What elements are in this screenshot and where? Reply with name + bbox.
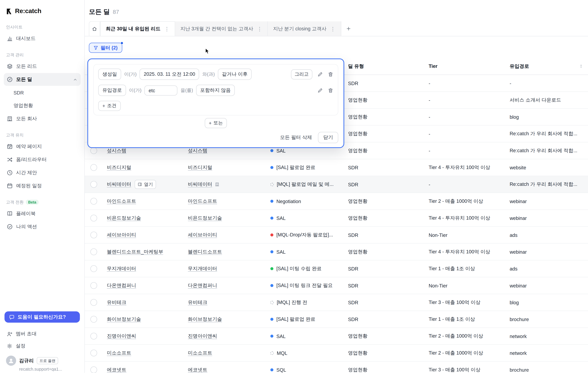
company-link[interactable]: 다온앤컴퍼니 xyxy=(188,282,217,289)
add-or-button[interactable]: + 또는 xyxy=(205,118,227,128)
company-link[interactable]: 미소소프트 xyxy=(188,350,212,356)
home-tab[interactable] xyxy=(89,21,100,36)
row-checkbox[interactable] xyxy=(90,249,97,255)
tab-menu-icon[interactable]: ⋮ xyxy=(164,26,169,32)
sidebar-item[interactable]: 플레이북 xyxy=(4,207,81,220)
deal-name-link[interactable]: 마인드소프트 xyxy=(107,198,136,205)
tab-menu-icon[interactable]: ⋮ xyxy=(330,26,336,32)
filter-value-input[interactable]: 2025. 03. 11 오전 12:00 xyxy=(140,69,199,80)
row-checkbox[interactable] xyxy=(90,215,97,222)
sidebar-item[interactable]: 모든 딜 xyxy=(4,73,81,86)
view-tab-2[interactable]: 지난 분기 closing 고객사⋮ xyxy=(268,21,341,36)
table-row[interactable]: 유비테크유비테크[MQL] 진행 전SDRTier 3 - 매출 100억 이상… xyxy=(85,294,588,311)
company-link[interactable]: 화이브정보기술 xyxy=(188,316,222,323)
deal-name-link[interactable]: 다온앤컴퍼니 xyxy=(107,282,136,289)
table-row[interactable]: 비즈디지털비즈디지털[SAL] 팔로업 완료SDRTier 4 - 투자유치 1… xyxy=(85,159,588,176)
table-row[interactable]: 다온앤컴퍼니다온앤컴퍼니[SAL] 미팅 링크 전달 필요SDRNon-Tier… xyxy=(85,277,588,294)
sidebar-item[interactable]: 모든 회사 xyxy=(4,112,81,125)
sidebar-item[interactable]: 폼/리드라우터 xyxy=(4,153,81,166)
sidebar-footer-item[interactable]: 설정 xyxy=(4,340,80,352)
deal-name-link[interactable]: 화이브정보기술 xyxy=(107,316,141,323)
sidebar-subitem[interactable]: SDR xyxy=(4,86,81,99)
view-tab-1[interactable]: 지난 3개월 간 컨택이 없는 고객사⋮ xyxy=(175,21,268,36)
table-row[interactable]: 세이브아이티세이브아이티[MQL-Drop/자동 팔로업]...SDRNon-T… xyxy=(85,227,588,243)
delete-all-filters-button[interactable]: 모든 필터 삭제 xyxy=(280,134,312,141)
edit-filter-icon[interactable] xyxy=(317,71,323,77)
table-row[interactable]: 미소소프트미소소프트MQL영업현황Tier 2 - 매출 1000억 이상net… xyxy=(85,345,588,362)
column-header[interactable]: 딜 유형 xyxy=(344,63,424,70)
filter-field-select[interactable]: 유입경로 xyxy=(98,85,126,96)
row-checkbox[interactable] xyxy=(90,299,97,306)
deal-name-link[interactable]: 미소소프트 xyxy=(107,350,131,356)
deal-name-link[interactable]: 무지개데이터 xyxy=(107,265,136,272)
column-header[interactable]: Tier xyxy=(424,63,505,69)
row-checkbox[interactable] xyxy=(90,350,97,356)
row-checkbox[interactable] xyxy=(90,198,97,205)
table-row[interactable]: 마인드소프트마인드소프트Negotiation영업현황Tier 2 - 매출 1… xyxy=(85,193,588,210)
company-link[interactable]: 성시스템 xyxy=(188,147,207,154)
deal-name-link[interactable]: 비욘드정보기술 xyxy=(107,215,141,222)
close-filter-button[interactable]: 닫기 xyxy=(318,132,338,143)
delete-filter-icon[interactable] xyxy=(328,71,333,77)
sidebar-item[interactable]: 모든 리드 xyxy=(4,60,81,73)
sidebar-item[interactable]: 시간 제안 xyxy=(4,166,81,179)
deal-name-link[interactable]: 성시스템 xyxy=(107,147,126,154)
row-checkbox[interactable] xyxy=(90,232,97,238)
company-link[interactable]: 비즈디지털 xyxy=(188,164,212,171)
table-row[interactable]: 진명아이앤씨진명아이앤씨SAL영업현황Tier 2 - 매출 1000억 이상n… xyxy=(85,328,588,345)
add-condition-button[interactable]: + 조건 xyxy=(98,101,121,111)
delete-filter-icon[interactable] xyxy=(328,88,333,93)
sidebar-item[interactable]: 대시보드 xyxy=(4,32,81,45)
sidebar-subitem[interactable]: 영업현황 xyxy=(4,99,81,112)
view-tab-0[interactable]: 최근 30일 내 유입된 리드⋮ xyxy=(100,21,175,36)
company-link[interactable]: 무지개데이터 xyxy=(188,265,217,272)
table-row[interactable]: 비씨데이터열기비씨데이터[MQL] 팔로업 메일 및 메...SDR-Re:ca… xyxy=(85,176,588,193)
deal-name-link[interactable]: 세이브아이티 xyxy=(107,232,136,238)
sidebar-item[interactable]: 예정된 일정 xyxy=(4,180,81,192)
row-checkbox[interactable] xyxy=(90,282,97,289)
sidebar-item[interactable]: 예약 페이지 xyxy=(4,140,81,153)
add-view-button[interactable] xyxy=(341,21,356,36)
table-row[interactable]: 비욘드정보기술비욘드정보기술SAL영업현황Tier 4 - 투자유치 100억 … xyxy=(85,210,588,227)
table-row[interactable]: 블렌디드소프트_마케팅부블렌디드소프트SAL영업현황Tier 4 - 투자유치 … xyxy=(85,243,588,260)
deal-name-link[interactable]: 에코넷트 xyxy=(107,366,126,373)
table-row[interactable]: 에코넷트에코넷트SQL영업현황Tier 3 - 매출 100억 이상brochu… xyxy=(85,362,588,373)
row-checkbox[interactable] xyxy=(90,181,97,188)
deal-name-link[interactable]: 유비테크 xyxy=(107,299,126,306)
row-checkbox[interactable] xyxy=(90,333,97,339)
tab-menu-icon[interactable]: ⋮ xyxy=(257,26,262,32)
deal-name-link[interactable]: 진명아이앤씨 xyxy=(107,333,136,339)
deal-name-link[interactable]: 비씨데이터 xyxy=(107,181,131,188)
row-checkbox[interactable] xyxy=(90,164,97,171)
row-checkbox[interactable] xyxy=(90,366,97,373)
row-checkbox[interactable] xyxy=(90,316,97,323)
filter-operator-select[interactable]: 같거나 이후 xyxy=(218,69,252,80)
sidebar-footer-item[interactable]: 멤버 초대 xyxy=(4,328,80,340)
company-link[interactable]: 마인드소프트 xyxy=(188,198,217,205)
company-link[interactable]: 진명아이앤씨 xyxy=(188,333,217,339)
deal-name-link[interactable]: 비즈디지털 xyxy=(107,164,131,171)
company-link[interactable]: 비씨데이터 xyxy=(188,181,212,188)
company-link[interactable]: 블렌디드소프트 xyxy=(188,249,222,255)
company-link[interactable]: 비욘드정보기술 xyxy=(188,215,222,222)
filter-value-input[interactable]: etc xyxy=(144,85,178,95)
column-header[interactable]: 유입경로 xyxy=(505,63,588,70)
company-link[interactable]: 에코넷트 xyxy=(188,366,207,373)
sort-icon[interactable] xyxy=(579,64,584,69)
edit-filter-icon[interactable] xyxy=(317,88,323,93)
deal-name-link[interactable]: 블렌디드소프트_마케팅부 xyxy=(107,249,163,255)
filter-conjunction-select[interactable]: 그리고 xyxy=(291,69,312,79)
company-link[interactable]: 세이브아이티 xyxy=(188,232,217,238)
user-profile[interactable]: 김규리 프로 플랜 xyxy=(4,352,80,366)
company-link[interactable]: 유비테크 xyxy=(188,299,207,306)
help-button[interactable]: 도움이 필요하신가요? xyxy=(4,312,80,323)
filter-button[interactable]: 필터 (2) xyxy=(89,43,122,53)
sidebar-item[interactable]: 나의 액션 xyxy=(4,220,81,233)
row-checkbox[interactable] xyxy=(90,147,97,154)
table-row[interactable]: 무지개데이터무지개데이터[SAL] 미팅 수립 완료SDRTier 1 - 매출… xyxy=(85,260,588,277)
filter-field-select[interactable]: 생성일 xyxy=(98,69,121,80)
table-row[interactable]: 화이브정보기술화이브정보기술[SAL] 팔로업 완료SDRTier 1 - 매출… xyxy=(85,311,588,328)
row-checkbox[interactable] xyxy=(90,265,97,272)
open-deal-button[interactable]: 열기 xyxy=(135,180,156,189)
filter-operator-select[interactable]: 포함하지 않음 xyxy=(196,85,235,96)
